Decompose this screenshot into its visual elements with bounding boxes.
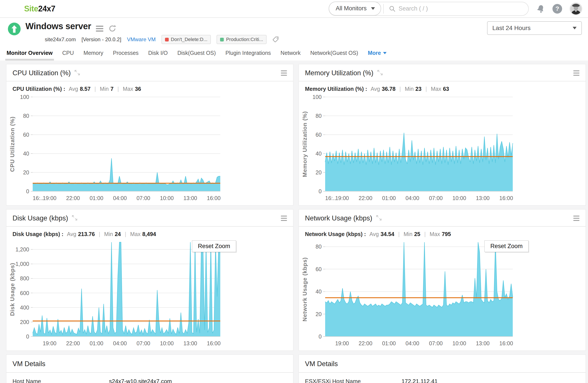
avg-label: Avg (69, 86, 78, 92)
expand-chart-icon[interactable] (74, 70, 80, 77)
min-label: Min (100, 86, 109, 92)
top-bar: Site24x7 All Monitors ? (0, 0, 588, 18)
min-value: 24 (115, 231, 121, 237)
svg-text:600: 600 (20, 290, 29, 296)
tab-more[interactable]: More (368, 50, 387, 60)
panel-title: Network Usage (kbps) (305, 214, 372, 222)
min-label: Min (404, 231, 413, 237)
tab-plugin-integrations[interactable]: Plugin Integrations (226, 50, 271, 60)
tab-processes[interactable]: Processes (113, 50, 139, 60)
max-label: Max (123, 86, 133, 92)
tab-disk-guest-os[interactable]: Disk(Guest OS) (177, 50, 216, 60)
tags-icon[interactable] (272, 36, 279, 43)
svg-text:19:00: 19:00 (335, 340, 349, 346)
panel-title: Disk Usage (kbps) (13, 214, 68, 222)
tag-chip[interactable]: Production:Criti... (217, 35, 267, 44)
svg-text:22:00: 22:00 (66, 195, 80, 201)
tab-monitor-overview[interactable]: Monitor Overview (7, 50, 53, 60)
svg-text:04:00: 04:00 (113, 340, 127, 346)
reset-zoom-button[interactable]: Reset Zoom (192, 241, 236, 252)
svg-text:16:00: 16:00 (499, 340, 513, 346)
tab-cpu[interactable]: CPU (62, 50, 74, 60)
reset-zoom-button[interactable]: Reset Zoom (484, 241, 528, 252)
svg-text:Network Usage (kbps): Network Usage (kbps) (301, 257, 308, 321)
chart-context-menu-icon[interactable] (573, 216, 579, 221)
svg-text:19:00: 19:00 (43, 195, 57, 201)
vm-detail-label: Host Name (13, 378, 109, 383)
help-icon[interactable]: ? (552, 4, 562, 14)
svg-text:10:00: 10:00 (160, 195, 174, 201)
chevron-down-icon (383, 52, 387, 54)
separator: | (113, 86, 123, 92)
memory-utilization-chart[interactable]: 02040608010016:..19:0022:0001:0004:0007:… (299, 94, 586, 201)
svg-text:20: 20 (23, 169, 29, 176)
avg-value: 213.76 (78, 231, 95, 237)
network-usage-chart[interactable]: 02040608019:0022:0001:0004:0007:0010:001… (299, 240, 586, 347)
time-range-dropdown[interactable]: Last 24 Hours (487, 21, 582, 35)
svg-text:01:00: 01:00 (382, 340, 396, 346)
user-avatar[interactable] (569, 2, 582, 15)
svg-text:01:00: 01:00 (89, 195, 103, 201)
tab-network[interactable]: Network (281, 50, 301, 60)
tag-chip[interactable]: Don't_Delete:D... (162, 35, 211, 44)
disk-usage-chart[interactable]: 02004006008001,0001,20019:0022:0001:0004… (6, 240, 293, 347)
max-value: 795 (442, 231, 451, 237)
expand-chart-icon[interactable] (376, 215, 382, 222)
svg-text:13:00: 13:00 (183, 195, 197, 201)
refresh-icon[interactable] (108, 24, 117, 33)
svg-text:80: 80 (315, 113, 322, 119)
disk-usage-panel: Disk Usage (kbps) Disk Usage (kbps) : Av… (6, 209, 293, 351)
svg-text:07:00: 07:00 (136, 195, 150, 201)
monitor-menu-icon[interactable] (96, 26, 103, 32)
chart-context-menu-icon[interactable] (281, 70, 287, 76)
max-value: 8,494 (142, 231, 156, 237)
chart-context-menu-icon[interactable] (573, 70, 579, 76)
svg-text:200: 200 (20, 319, 29, 325)
svg-text:16:..: 16:.. (325, 195, 336, 201)
monitor-scope-dropdown[interactable]: All Monitors (329, 1, 381, 16)
svg-text:0: 0 (318, 333, 322, 340)
tab-network-guest-os[interactable]: Network(Guest OS) (310, 50, 358, 60)
svg-text:19:00: 19:00 (335, 195, 349, 201)
tab-disk-io[interactable]: Disk I/O (148, 50, 168, 60)
svg-text:19:00: 19:00 (43, 340, 57, 346)
tag-label: Don't_Delete:D... (171, 37, 208, 42)
monitor-header: Windows server site24x7.com [Version - 2… (0, 18, 588, 60)
tab-memory[interactable]: Memory (84, 50, 103, 60)
app-grid-icon[interactable] (6, 4, 16, 14)
separator: | (394, 231, 404, 237)
monitor-tabs: Monitor Overview CPU Memory Processes Di… (6, 44, 582, 60)
site24x7-logo[interactable]: Site24x7 (24, 4, 55, 13)
svg-text:22:00: 22:00 (359, 195, 373, 201)
vmware-vm-link[interactable]: VMware VM (127, 36, 156, 42)
svg-text:80: 80 (315, 243, 322, 250)
cpu-utilization-panel: CPU Utilization (%) CPU Utilization (%) … (6, 64, 293, 205)
avg-value: 34.54 (380, 231, 394, 237)
vm-detail-value: 172.21.112.41 (401, 378, 438, 383)
chart-context-menu-icon[interactable] (281, 216, 287, 221)
svg-text:0: 0 (26, 333, 29, 340)
expand-chart-icon[interactable] (377, 70, 383, 77)
min-value: 25 (414, 231, 420, 237)
cpu-utilization-chart[interactable]: 02040608010016:..19:0022:0001:0004:0007:… (6, 94, 293, 201)
svg-text:13:00: 13:00 (476, 340, 490, 346)
chart-stats: Disk Usage (kbps) : Avg213.76 | Min24 | … (6, 227, 293, 239)
vm-details-panel: VM Details Host Name s24x7-w10.site24x7.… (6, 355, 293, 383)
chart-stats: Network Usage (kbps) : Avg34.54 | Min25 … (299, 227, 586, 239)
separator: | (420, 231, 430, 237)
svg-text:0: 0 (26, 188, 29, 194)
logo-24x7-part: 24x7 (38, 4, 55, 13)
vm-details-title: VM Details (6, 355, 293, 372)
svg-text:Memory Utilization (%): Memory Utilization (%) (301, 111, 308, 177)
global-search: All Monitors (329, 2, 529, 16)
avg-label: Avg (371, 86, 380, 92)
avg-label: Avg (67, 231, 76, 237)
svg-text:1,200: 1,200 (15, 246, 29, 252)
notifications-bell-icon[interactable] (536, 4, 545, 13)
avg-value: 8.57 (80, 86, 91, 92)
expand-chart-icon[interactable] (72, 215, 78, 222)
dashboard-grid: CPU Utilization (%) CPU Utilization (%) … (0, 60, 588, 383)
search-input[interactable] (399, 5, 524, 12)
time-range-label: Last 24 Hours (492, 24, 530, 32)
svg-text:16:..: 16:.. (33, 195, 43, 201)
